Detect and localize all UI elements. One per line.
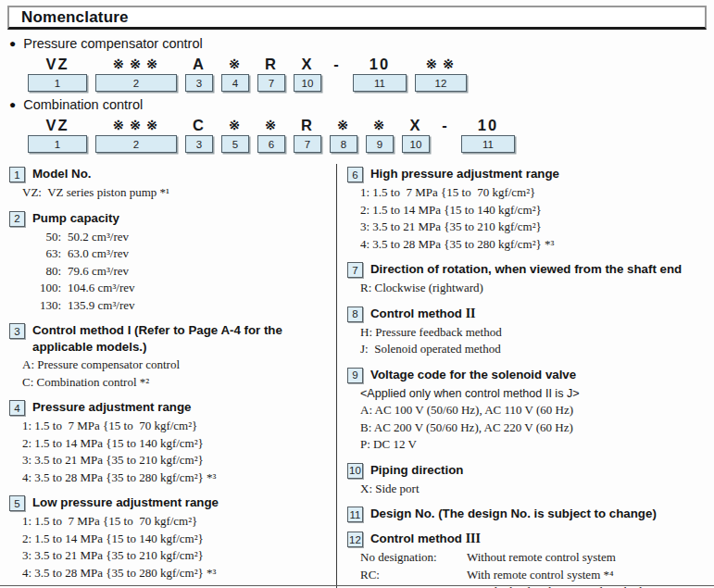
code-box: 8	[330, 135, 357, 153]
pump-code: 63:	[22, 245, 61, 263]
section-number-badge: 11	[347, 507, 363, 522]
code-char: ※	[370, 115, 390, 135]
section-control-method-2: 8 Control method II H: Pressure feedback…	[347, 306, 707, 358]
code-unit: ※※※2	[95, 115, 177, 153]
code-unit: VZ1	[28, 54, 87, 92]
bullet-icon: ●	[9, 38, 16, 49]
section-title: Control method II	[370, 306, 476, 322]
code-box: 3	[185, 135, 213, 153]
code-unit: R7	[294, 115, 321, 153]
code-box: 2	[95, 74, 177, 92]
code-char: R	[265, 54, 278, 74]
spec-line: C: Combination control *²	[22, 374, 331, 392]
spec-line: R: Clockwise (rightward)	[360, 280, 707, 297]
model-code-diagram-2: VZ1※※※2C3※5※6R7※8※9X10-1011	[28, 115, 707, 153]
code-char: X	[301, 54, 313, 74]
dash-char: -	[333, 54, 341, 74]
spec-line: B: AC 200 V (50/60 Hz), AC 220 V (60 Hz)	[360, 419, 707, 437]
code-box: 9	[366, 135, 394, 153]
pump-capacity-table: 50:50.2 cm³/rev 63:63.0 cm³/rev 80:79.6 …	[22, 229, 331, 315]
code-box: 10	[294, 74, 321, 92]
roman-numeral: II	[466, 307, 476, 320]
spec-line: 2: 1.5 to 14 MPa {15 to 140 kgf/cm²}	[360, 202, 707, 219]
code-unit: ※6	[257, 115, 285, 153]
spec-line: 1: 1.5 to 7 MPa {15 to 70 kgf/cm²}	[22, 418, 331, 435]
diagram2-label-row: ● Combination control	[9, 97, 707, 112]
code-unit: C3	[185, 115, 213, 153]
section-title: Pump capacity	[32, 210, 119, 227]
nomenclature-page: Nomenclature ● Pressure compensator cont…	[0, 0, 714, 588]
pump-value: 135.9 cm³/rev	[68, 297, 331, 315]
code-unit: ※4	[221, 54, 249, 92]
code-unit: ※※※2	[95, 54, 177, 92]
control-method-3-table: No designation:Without remote control sy…	[360, 549, 707, 588]
spec-line: 4: 3.5 to 28 MPa {35 to 280 kgf/cm²} *³	[22, 469, 331, 487]
section-number-badge: 9	[347, 368, 363, 383]
spec-line: 2: 1.5 to 14 MPa {15 to 140 kgf/cm²}	[22, 531, 331, 548]
definitions-columns: 1 Model No. VZ: VZ series piston pump *¹…	[7, 164, 707, 588]
code-box: 12	[415, 74, 467, 92]
spec-line: 3: 3.5 to 21 MPa {35 to 210 kgf/cm²}	[22, 452, 331, 469]
code-char: ※※	[422, 54, 459, 74]
pump-code: 80:	[22, 263, 61, 281]
pump-code: 100:	[22, 280, 61, 297]
section-pump-capacity: 2 Pump capacity 50:50.2 cm³/rev 63:63.0 …	[9, 210, 331, 315]
code-unit: VZ1	[28, 115, 87, 153]
code-box: 10	[402, 135, 430, 153]
section-title: Voltage code for the solenoid valve	[370, 367, 576, 383]
pump-value: 79.6 cm³/rev	[68, 263, 331, 281]
pump-code: 130:	[22, 297, 61, 315]
section-number-badge: 3	[9, 323, 25, 339]
spec-line: H: Pressure feedback method	[360, 324, 707, 342]
spec-line: VZ: VZ series piston pump *¹	[22, 184, 331, 202]
applicability-note: <Applied only when control method II is …	[360, 385, 707, 403]
section-number-badge: 8	[347, 307, 363, 322]
code-box: 11	[353, 74, 407, 92]
code-unit: ※8	[330, 115, 357, 153]
option-label: No designation:	[360, 549, 467, 567]
section-design-no: 11 Design No. (The design No. is subject…	[347, 506, 707, 522]
section-direction-of-rotation: 7 Direction of rotation, when viewed fro…	[347, 261, 707, 297]
section-number-badge: 10	[347, 463, 363, 479]
diagram1-label-row: ● Pressure compensator control	[9, 36, 707, 51]
section-high-pressure-adjustment-range: 6 High pressure adjustment range 1: 1.5 …	[347, 166, 707, 253]
code-unit: A3	[185, 54, 213, 92]
spec-line: 1: 1.5 to 7 MPa {15 to 70 kgf/cm²}	[360, 184, 707, 202]
roman-numeral: III	[466, 532, 481, 545]
page-title-box: Nomenclature	[7, 6, 707, 30]
section-number-badge: 4	[9, 400, 25, 416]
spec-line: 4: 3.5 to 28 MPa {35 to 280 kgf/cm²} *³	[22, 565, 331, 582]
code-char: X	[409, 115, 421, 135]
code-char: ※	[225, 115, 245, 135]
section-pressure-adjustment-range: 4 Pressure adjustment range 1: 1.5 to 7 …	[9, 399, 331, 486]
pump-code: 50:	[22, 229, 61, 246]
right-column: 6 High pressure adjustment range 1: 1.5 …	[337, 164, 707, 588]
model-code-diagram-1: VZ1※※※2A3※4R7X10-1011※※12	[28, 54, 707, 92]
section-title: Control method III	[370, 531, 481, 547]
page-bottom-rule	[0, 585, 714, 587]
section-number-badge: 1	[9, 167, 25, 182]
code-box: 1	[28, 74, 87, 92]
section-title: Control method I (Refer to Page A-4 for …	[32, 322, 312, 355]
code-unit: ※9	[366, 115, 394, 153]
code-unit: X10	[294, 54, 321, 92]
spec-line: 3: 3.5 to 21 MPa {35 to 210 kgf/cm²}	[22, 547, 331, 565]
section-title: Model No.	[32, 166, 92, 182]
code-unit: R7	[257, 54, 285, 92]
section-title: Design No. (The design No. is subject to…	[370, 506, 657, 522]
code-char: A	[193, 54, 206, 74]
section-title: Pressure adjustment range	[32, 399, 191, 416]
code-char: ※	[225, 54, 245, 74]
section-number-badge: 5	[9, 495, 25, 511]
spec-line: 2: 1.5 to 14 MPa {15 to 140 kgf/cm²}	[22, 435, 331, 453]
code-char: ※	[333, 115, 354, 135]
option-value: Without remote control system	[467, 549, 707, 567]
code-char: ※※※	[109, 54, 163, 74]
section-title: High pressure adjustment range	[370, 166, 559, 182]
section-title: Piping direction	[370, 462, 463, 479]
spec-line: P: DC 12 V	[360, 436, 707, 454]
bullet-icon: ●	[9, 99, 16, 110]
code-box: 6	[257, 135, 285, 153]
left-column: 1 Model No. VZ: VZ series piston pump *¹…	[7, 164, 337, 588]
section-number-badge: 2	[9, 211, 25, 227]
